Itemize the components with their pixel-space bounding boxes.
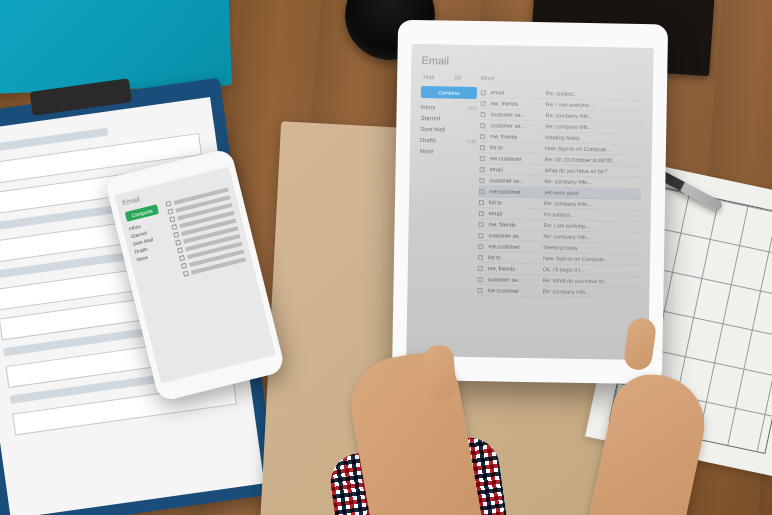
mail-checkbox[interactable] — [480, 145, 485, 150]
app-title: Email — [421, 54, 643, 70]
tablet-screen[interactable]: Email Mail All More Compose Inbox(40)Sta… — [406, 44, 653, 360]
more-label[interactable]: More — [481, 75, 495, 81]
mail-checkbox[interactable] — [480, 134, 485, 139]
mail-checkbox[interactable] — [478, 266, 483, 271]
mail-checkbox[interactable] — [478, 277, 483, 282]
folder-item[interactable]: More — [420, 148, 476, 155]
filter-label[interactable]: All — [454, 75, 461, 81]
mail-row[interactable]: me customerRe: company info... — [477, 285, 639, 299]
mail-checkbox[interactable] — [479, 178, 484, 183]
mail-checkbox[interactable] — [481, 101, 486, 106]
mail-checkbox[interactable] — [478, 233, 483, 238]
phone-compose-button[interactable]: Compose — [125, 204, 160, 222]
mail-checkbox[interactable] — [478, 255, 483, 260]
mail-checkbox[interactable] — [479, 200, 484, 205]
mail-checkbox[interactable] — [479, 211, 484, 216]
mail-checkbox[interactable] — [477, 288, 482, 293]
folder-item[interactable]: Inbox(40) — [421, 104, 477, 111]
left-thumb — [423, 344, 458, 401]
folder-item[interactable]: Starred — [420, 115, 476, 122]
tablet-device: Email Mail All More Compose Inbox(40)Sta… — [392, 20, 668, 385]
mail-header: Mail All More — [421, 74, 643, 84]
mail-checkbox[interactable] — [480, 167, 485, 172]
mail-checkbox[interactable] — [478, 244, 483, 249]
folder-item[interactable]: Sent Mail — [420, 126, 476, 133]
mail-checkbox[interactable] — [480, 123, 485, 128]
compose-button[interactable]: Compose — [421, 86, 477, 99]
mail-checkbox[interactable] — [480, 156, 485, 161]
mail-checkbox[interactable] — [481, 90, 486, 95]
view-label[interactable]: Mail — [423, 74, 434, 80]
mail-checkbox[interactable] — [480, 112, 485, 117]
mail-checkbox[interactable] — [479, 222, 484, 227]
mail-list[interactable]: emailRe: subject...me, friendsRe: I see … — [477, 87, 643, 299]
mail-sidebar: Compose Inbox(40)StarredSent MailDrafts(… — [417, 86, 477, 296]
mail-checkbox[interactable] — [479, 189, 484, 194]
folder-item[interactable]: Drafts(16) — [420, 137, 476, 144]
